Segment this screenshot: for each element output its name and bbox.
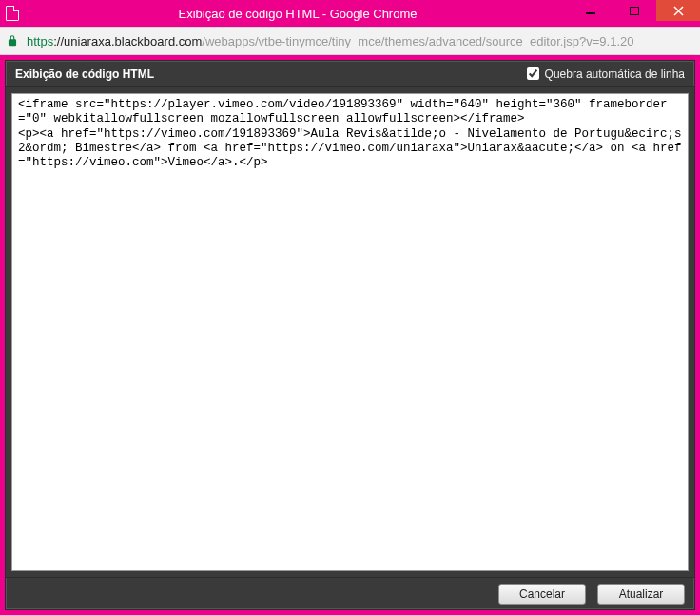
- editor-header: Exibição de código HTML Quebra automátic…: [6, 61, 694, 87]
- word-wrap-checkbox[interactable]: [527, 67, 539, 80]
- address-bar[interactable]: https://uniaraxa.blackboard.com/webapps/…: [0, 27, 700, 55]
- url-host: uniaraxa.blackboard.com: [64, 34, 202, 48]
- maximize-button[interactable]: [612, 0, 656, 21]
- update-button[interactable]: Atualizar: [597, 584, 685, 605]
- window-titlebar[interactable]: Exibição de código HTML - Google Chrome: [0, 0, 700, 27]
- word-wrap-toggle[interactable]: Quebra automática de linha: [527, 67, 685, 81]
- url-path: /webapps/vtbe-tinymce/tiny_mce/themes/ad…: [202, 34, 633, 48]
- cancel-button[interactable]: Cancelar: [498, 584, 586, 605]
- editor-title: Exibição de código HTML: [15, 67, 154, 81]
- window-title: Exibição de código HTML - Google Chrome: [27, 7, 569, 21]
- url-scheme: https: [27, 34, 53, 48]
- url-prefix: ://: [53, 34, 64, 48]
- chrome-popup-window: Exibição de código HTML - Google Chrome …: [0, 0, 700, 615]
- lock-icon: [6, 34, 19, 48]
- minimize-button[interactable]: [569, 0, 612, 21]
- editor-body: [6, 87, 694, 577]
- close-button[interactable]: [656, 0, 700, 21]
- close-icon: [673, 6, 684, 16]
- page-icon: [6, 6, 19, 21]
- source-editor-panel: Exibição de código HTML Quebra automátic…: [5, 60, 695, 610]
- word-wrap-label: Quebra automática de linha: [545, 67, 685, 81]
- window-controls: [569, 0, 700, 21]
- content-stage: Exibição de código HTML Quebra automátic…: [0, 55, 700, 615]
- html-source-textarea[interactable]: [11, 93, 689, 571]
- editor-footer: Cancelar Atualizar: [6, 577, 694, 609]
